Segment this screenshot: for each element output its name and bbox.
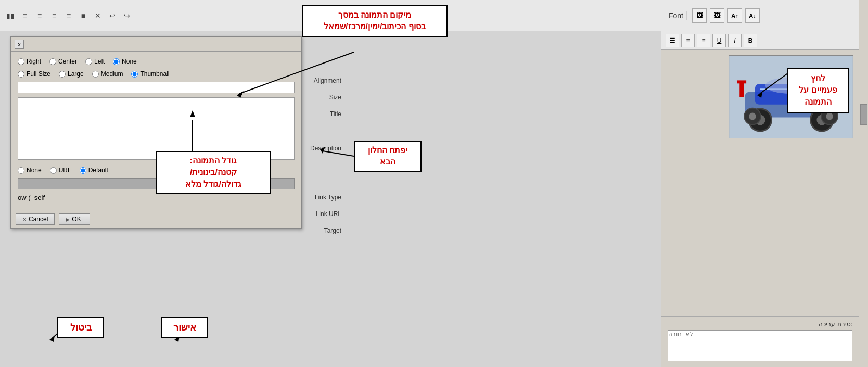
size-large[interactable]: Large (59, 70, 84, 78)
size-full-label: Full Size (27, 70, 50, 78)
size-callout-line2: קטנה/בינונית/ (190, 168, 237, 176)
link-default[interactable]: Default (80, 167, 108, 174)
alignment-left-radio[interactable] (85, 58, 92, 65)
title-input[interactable] (18, 82, 295, 93)
right-panel: Font 🖼 🖼 A↑ A↓ ☰ ≡ ≡ U I B (661, 0, 859, 367)
link-none[interactable]: None (18, 167, 42, 174)
size-large-radio[interactable] (59, 71, 66, 78)
right-callout-line1: לחץ (811, 74, 825, 83)
size-row: Full Size Large Medium Thumbnail (18, 70, 295, 78)
title-field-label: Title (310, 110, 341, 118)
field-labels-panel: Alignment Size Title Description Link Ty… (310, 77, 341, 234)
toolbar-icon-arrow2[interactable]: ↪ (121, 9, 133, 22)
link-none-label: None (27, 167, 42, 174)
align-left-btn[interactable]: ☰ (666, 34, 679, 47)
italic-btn[interactable]: I (728, 34, 742, 47)
font-image-btn-1[interactable]: 🖼 (692, 8, 707, 23)
size-fullsize[interactable]: Full Size (18, 70, 50, 78)
toolbar-icon-3[interactable]: ≡ (33, 9, 46, 22)
cancel-button[interactable]: ✕ Cancel (16, 213, 55, 225)
svg-point-20 (826, 113, 833, 120)
alignment-row: Right Center Left None (18, 58, 295, 65)
window-callout-line1: יפתח החלון (368, 146, 407, 155)
svg-rect-21 (739, 81, 744, 97)
font-size-down-btn[interactable]: A↓ (745, 8, 760, 23)
bold-btn[interactable]: B (744, 34, 757, 47)
link-url-field-label: Link URL (310, 210, 341, 218)
window-callout-line2: הבא (380, 157, 395, 166)
alignment-left-label: Left (94, 58, 105, 65)
scroll-thumb[interactable] (860, 104, 867, 125)
toolbar-icon-1[interactable]: ▮▮ (4, 9, 17, 22)
right-callout-box: לחץ פעמיים על התמונה (787, 68, 849, 113)
toolbar-icon-5[interactable]: ≡ (62, 9, 75, 22)
toolbar-icon-2[interactable]: ≡ (19, 9, 31, 22)
link-url-label: URL (59, 167, 71, 174)
link-url-radio[interactable] (50, 167, 57, 174)
font-size-up-btn[interactable]: A↑ (727, 8, 742, 23)
link-default-radio[interactable] (80, 167, 86, 174)
alignment-right-radio[interactable] (18, 58, 24, 65)
svg-marker-5 (49, 336, 55, 342)
alignment-none-label: None (122, 58, 137, 65)
font-image-btn-2[interactable]: 🖼 (710, 8, 724, 23)
size-large-label: Large (68, 70, 84, 78)
alignment-none-radio[interactable] (113, 58, 120, 65)
bottom-label: :סיבת עריכה (668, 321, 852, 328)
font-toolbar: Font 🖼 🖼 A↑ A↓ (661, 0, 859, 31)
size-thumbnail[interactable]: Thumbnail (131, 70, 169, 78)
ok-icon: ▶ (66, 217, 70, 222)
right-callout-line3: התמונה (805, 97, 832, 106)
toolbar-icon-x[interactable]: ✕ (92, 9, 104, 22)
svg-rect-22 (737, 80, 746, 83)
toolbar-icon-arrow1[interactable]: ↩ (106, 9, 119, 22)
target-value-display: ow (_self (18, 194, 45, 201)
size-thumbnail-label: Thumbnail (140, 70, 169, 78)
target-row: ow (_self (18, 194, 295, 201)
scrollbar (859, 0, 868, 367)
reason-textarea[interactable] (668, 330, 852, 361)
link-default-label: Default (88, 167, 108, 174)
align-center-btn[interactable]: ≡ (681, 34, 695, 47)
link-url[interactable]: URL (50, 167, 71, 174)
right-callout-line2: פעמיים על (799, 85, 837, 94)
alignment-center[interactable]: Center (49, 58, 77, 65)
underline-btn[interactable]: U (712, 34, 726, 47)
size-callout-line1: גודל התמונה: (190, 156, 237, 165)
align-right-btn[interactable]: ≡ (697, 34, 710, 47)
window-callout-box: יפתח החלון הבא (354, 141, 422, 172)
target-field-label: Target (310, 227, 341, 234)
main-container: ▮▮ ≡ ≡ ≡ ≡ ■ ✕ ↩ ↪ x Right (0, 0, 868, 367)
alignment-right[interactable]: Right (18, 58, 41, 65)
alignment-field-label: Alignment (310, 77, 341, 84)
toolbar-icon-6[interactable]: ■ (77, 9, 90, 22)
link-none-radio[interactable] (18, 167, 24, 174)
size-callout-box: גודל התמונה: קטנה/בינונית/ גדולה/גודל מל… (156, 151, 271, 194)
alignment-left[interactable]: Left (85, 58, 105, 65)
size-callout-line3: גדולה/גודל מלא (185, 180, 241, 188)
size-medium-radio[interactable] (92, 71, 99, 78)
alignment-center-radio[interactable] (49, 58, 56, 65)
ok-callout-box: אישור (161, 317, 208, 338)
format-toolbar: ☰ ≡ ≡ U I B (661, 31, 859, 50)
alignment-none[interactable]: None (113, 58, 137, 65)
size-full-radio[interactable] (18, 71, 24, 78)
svg-point-18 (749, 113, 756, 120)
top-callout-line2: בסוף הכיתוב/ימין/מרכז/שמאל (324, 22, 426, 31)
size-field-label: Size (310, 94, 341, 101)
ok-callout-text: אישור (173, 322, 196, 333)
top-callout-box: מיקום התמונה במסך בסוף הכיתוב/ימין/מרכז/… (302, 5, 448, 37)
alignment-right-label: Right (27, 58, 41, 65)
dialog-close-button[interactable]: x (15, 40, 24, 49)
dialog-titlebar: x (11, 37, 301, 52)
ok-button[interactable]: ▶ OK (59, 213, 90, 225)
size-thumbnail-radio[interactable] (131, 71, 138, 78)
cancel-icon: ✕ (22, 217, 27, 222)
bottom-panel: :סיבת עריכה (661, 316, 859, 367)
font-label: Font (666, 11, 687, 20)
description-field-label: Description (310, 145, 341, 152)
size-medium[interactable]: Medium (92, 70, 123, 78)
toolbar-icon-4[interactable]: ≡ (48, 9, 60, 22)
cancel-label: Cancel (29, 216, 48, 223)
description-textarea[interactable] (18, 97, 295, 160)
